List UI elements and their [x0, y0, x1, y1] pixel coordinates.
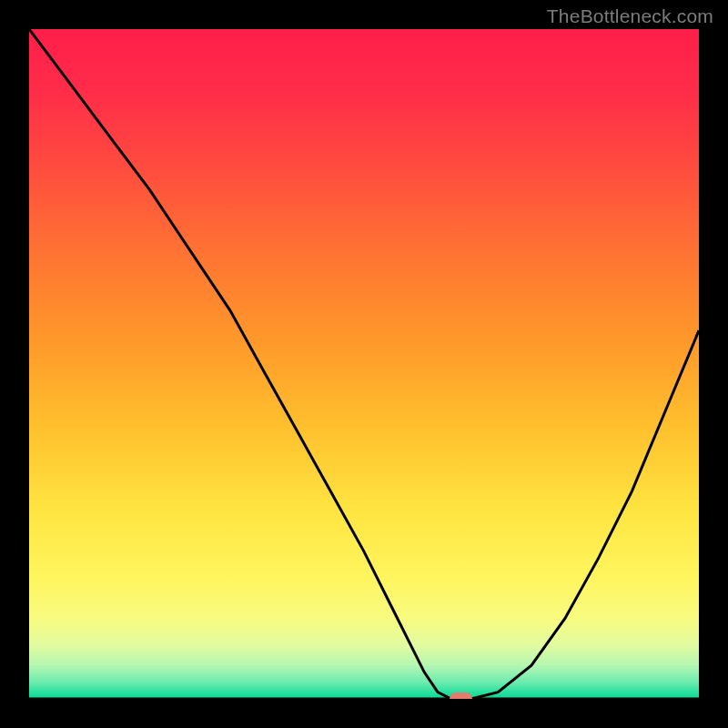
attribution-watermark: TheBottleneck.com [547, 5, 713, 27]
gradient-background [29, 29, 699, 699]
plot-area [29, 29, 699, 699]
bottleneck-chart: TheBottleneck.com [0, 0, 728, 728]
chart-svg [29, 29, 699, 699]
optimal-point-marker [450, 693, 472, 699]
